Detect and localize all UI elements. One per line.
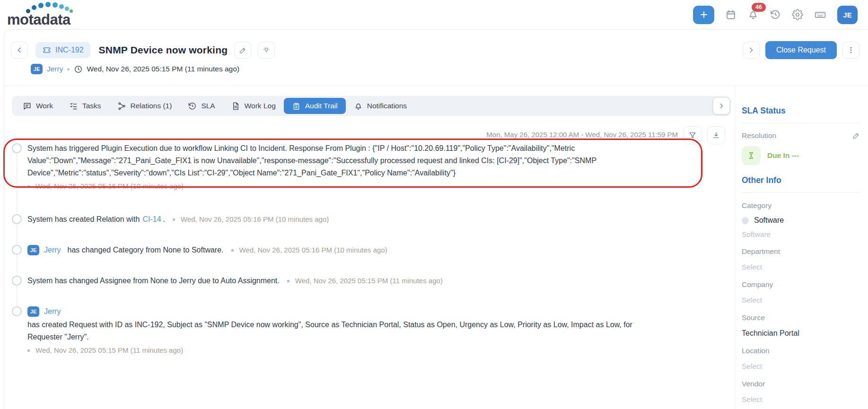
gear-icon <box>792 9 803 20</box>
details-sidebar: SLA Status Resolution Due In --- Other I… <box>735 86 868 409</box>
tab-sla[interactable]: SLA <box>180 98 223 114</box>
create-new-button[interactable] <box>693 6 714 24</box>
category-value[interactable]: Software <box>742 216 860 225</box>
avatar-initials: JE <box>30 305 36 318</box>
category-dot <box>742 217 749 224</box>
logo-dot <box>65 7 69 11</box>
square-separator <box>173 218 175 221</box>
collapse-panel-button[interactable] <box>743 42 760 59</box>
location-select[interactable]: Select <box>742 362 860 371</box>
audit-entry: JE Jerry has created Request with ID as … <box>12 305 731 357</box>
timeline-bullet[interactable] <box>12 306 22 316</box>
suggestion-button[interactable] <box>258 42 275 59</box>
sla-status-heading: SLA Status <box>742 106 860 116</box>
document-icon <box>231 102 240 111</box>
avatar-initials: JE <box>30 244 36 256</box>
tab-work[interactable]: Work <box>15 98 61 114</box>
square-separator <box>27 349 30 352</box>
request-header: INC-192 SNMP Device now working Close Re… <box>4 30 868 86</box>
logo-dot <box>26 9 30 13</box>
sla-history-icon <box>188 102 197 111</box>
audit-entry-text: has changed Category from None to Softwa… <box>68 244 224 256</box>
logo-dot <box>45 2 51 7</box>
timeline-bullet[interactable] <box>12 143 22 153</box>
audit-entry-meta: Wed, Nov 26, 2025 05:16 PM (10 minutes a… <box>231 244 387 256</box>
timeline-bullet[interactable] <box>12 214 22 224</box>
back-button[interactable] <box>11 42 28 59</box>
edit-resolution-icon[interactable] <box>852 131 860 140</box>
logo-dot <box>32 5 36 10</box>
edit-title-button[interactable] <box>234 42 251 59</box>
source-value[interactable]: Technician Portal <box>742 329 860 338</box>
tab-scroll-right-button[interactable] <box>713 98 729 114</box>
chat-icon <box>23 102 32 111</box>
tab-bar: Work Tasks Relations (1) SLA Work Log <box>12 96 731 116</box>
square-separator <box>287 280 289 282</box>
timestamp: Wed, Nov 26, 2025 05:16 PM (10 minutes a… <box>181 213 329 226</box>
tab-relations[interactable]: Relations (1) <box>109 98 180 114</box>
timestamp: Wed, Nov 26, 2025 05:15 PM (11 minutes a… <box>35 344 183 357</box>
audit-entry-text: System has triggered Plugin Execution du… <box>27 142 690 179</box>
keyboard-icon <box>814 9 826 21</box>
motadata-logo[interactable]: motadata <box>7 1 88 28</box>
resolution-label: Resolution <box>742 131 776 140</box>
tab-label: Work Log <box>245 102 276 110</box>
audit-entry: System has created Relation with CI-14 .… <box>12 213 731 226</box>
divider <box>742 123 860 123</box>
ticket-id: INC-192 <box>55 46 84 54</box>
page-title: SNMP Device now working <box>99 44 228 56</box>
settings-button[interactable] <box>792 9 803 20</box>
source-label: Source <box>742 313 860 322</box>
date-range-picker[interactable]: Mon, May 26, 2025 12:00 AM - Wed, Nov 26… <box>486 131 678 140</box>
keyboard-shortcuts-button[interactable] <box>814 9 826 21</box>
category-path: Software <box>742 230 860 239</box>
company-label: Company <box>742 280 860 289</box>
requester-link[interactable]: Jerry <box>47 65 63 73</box>
tab-work-log[interactable]: Work Log <box>223 98 284 114</box>
logo-dot <box>70 9 73 13</box>
timestamp: Wed, Nov 26, 2025 05:15 PM (11 minutes a… <box>295 275 443 287</box>
user-link[interactable]: Jerry <box>44 244 61 256</box>
vendor-select[interactable]: Select <box>742 395 860 404</box>
user-avatar: JE <box>27 306 39 317</box>
calendar-button[interactable] <box>725 9 736 20</box>
more-options-button[interactable] <box>842 42 859 59</box>
timeline-bullet[interactable] <box>12 245 22 255</box>
tab-audit-trail[interactable]: Audit Trail <box>284 98 346 114</box>
audit-entry: System has changed Assignee from None to… <box>12 275 731 287</box>
audit-entry: System has triggered Plugin Execution du… <box>12 142 731 192</box>
ci-link[interactable]: CI-14 <box>142 213 161 226</box>
audit-entry-meta: Wed, Nov 26, 2025 05:16 PM (10 minutes a… <box>27 180 690 192</box>
user-avatar[interactable]: JE <box>837 6 858 24</box>
avatar-initials: JE <box>843 11 851 19</box>
divider <box>742 192 860 193</box>
ticket-id-badge[interactable]: INC-192 <box>35 42 90 58</box>
funnel-icon <box>688 131 697 139</box>
user-link[interactable]: Jerry <box>44 305 61 318</box>
top-navbar: motadata 46 JE <box>0 0 868 29</box>
history-button[interactable] <box>770 9 781 20</box>
category-label: Category <box>742 201 860 210</box>
vendor-label: Vendor <box>742 379 860 389</box>
other-info-heading: Other Info <box>742 175 860 185</box>
audit-entry-meta: Wed, Nov 26, 2025 05:16 PM (10 minutes a… <box>173 213 329 226</box>
user-avatar: JE <box>27 245 39 255</box>
resolution-due: Due In --- <box>742 146 860 165</box>
relations-icon <box>117 102 126 111</box>
created-at: Wed, Nov 26, 2025 05:15 PM (11 minutes a… <box>74 65 239 74</box>
department-select[interactable]: Select <box>742 262 860 272</box>
audit-entry-text: . <box>163 213 165 226</box>
audit-entry: JE Jerry has changed Category from None … <box>12 244 731 256</box>
request-detail-card: INC-192 SNMP Device now working Close Re… <box>4 29 868 409</box>
timeline-bullet[interactable] <box>12 276 22 286</box>
notifications-button[interactable]: 46 <box>747 9 759 20</box>
close-request-button[interactable]: Close Request <box>765 41 837 59</box>
tab-label: SLA <box>201 102 215 110</box>
company-select[interactable]: Select <box>742 296 860 305</box>
location-label: Location <box>742 346 860 356</box>
audit-entry-text: System has changed Assignee from None to… <box>27 275 280 287</box>
audit-entry-text: has created Request with ID as INC-192, … <box>27 319 642 343</box>
logo-dot <box>38 3 44 8</box>
tab-tasks[interactable]: Tasks <box>61 98 109 114</box>
tab-notifications[interactable]: Notifications <box>346 98 415 114</box>
